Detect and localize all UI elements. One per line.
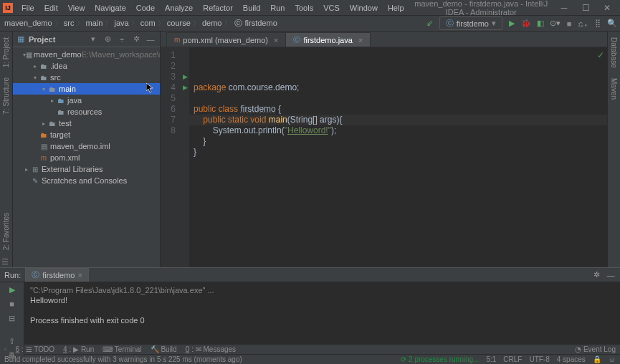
layout-icon[interactable]: ⊟ xyxy=(7,314,17,324)
tree-node-resources[interactable]: 🖿 resources xyxy=(13,106,160,118)
right-tool-gutter: Database Maven xyxy=(607,32,620,267)
line-number-gutter: 12345678 xyxy=(161,47,181,267)
stop-run-icon[interactable]: ■ xyxy=(7,300,17,310)
project-dropdown-icon[interactable]: ▾ xyxy=(88,34,98,44)
menu-navigate[interactable]: Navigate xyxy=(90,2,130,14)
event-log-button[interactable]: ◔ Event Log xyxy=(575,345,616,353)
tree-node-target[interactable]: 🖿 target xyxy=(13,129,160,140)
database-tool-tab[interactable]: Database xyxy=(609,34,619,71)
status-line-sep[interactable]: CRLF xyxy=(503,355,522,363)
status-caret-pos: 5:1 xyxy=(486,355,496,363)
tool-square-icon[interactable]: ▫ xyxy=(4,345,7,353)
status-message: Build completed successfully with 3 warn… xyxy=(4,355,394,363)
run-tab-firstdemo[interactable]: ⓒ firstdemo × xyxy=(25,268,89,282)
tree-node-pom-xml[interactable]: m pom.xml xyxy=(13,152,160,163)
vcs-icon[interactable]: ⎌▾ xyxy=(578,19,588,29)
menu-code[interactable]: Code xyxy=(132,2,159,14)
toolstrip-todo[interactable]: 6: ☰ TODO xyxy=(16,345,54,353)
minimize-button[interactable]: ─ xyxy=(554,1,574,14)
run-tab-label: firstdemo xyxy=(42,271,75,279)
status-indent[interactable]: 4 spaces xyxy=(557,355,586,363)
project-tool-tab[interactable]: 1: Project xyxy=(1,34,11,70)
locate-icon[interactable]: ⊕ xyxy=(102,34,113,44)
toolstrip-run[interactable]: 4: ▶ Run xyxy=(63,345,94,353)
settings-gear-icon[interactable]: ✲ xyxy=(131,34,141,44)
debug-icon[interactable]: 🐞 xyxy=(521,19,531,29)
rerun-icon[interactable]: ▶ xyxy=(7,285,17,295)
run-gutter[interactable]: ▶▶ xyxy=(181,47,189,267)
gutter-extra-icon[interactable]: ☰ xyxy=(1,257,11,267)
run-icon[interactable]: ▶ xyxy=(507,19,517,29)
tree-node-main[interactable]: ▾ 🖿 main xyxy=(13,83,160,95)
tree-node-java[interactable]: ▸ 🖿 java xyxy=(13,95,160,106)
tree-node--idea[interactable]: ▸ 🖿 .idea xyxy=(13,60,160,72)
status-encoding[interactable]: UTF-8 xyxy=(529,355,549,363)
favorites-tool-tab[interactable]: 2: Favorites xyxy=(1,210,11,253)
breadcrumb-segment[interactable]: src xyxy=(64,19,75,27)
run-settings-icon[interactable]: ✲ xyxy=(591,270,601,280)
title-bar: IJ FileEditViewNavigateCodeAnalyzeRefact… xyxy=(0,0,620,16)
run-config-selector[interactable]: ⓒ firstdemo ▾ xyxy=(439,16,502,30)
coverage-icon[interactable]: ◧ xyxy=(535,19,545,29)
menu-view[interactable]: View xyxy=(64,2,90,14)
toolstrip-build[interactable]: 🔨 Build xyxy=(151,345,177,353)
menu-window[interactable]: Window xyxy=(345,2,382,14)
breadcrumb-segment[interactable]: com xyxy=(140,19,156,27)
tree-node-test[interactable]: ▸ 🖿 test xyxy=(13,118,160,129)
navigation-breadcrumb: maven_demo 〉 src 〉 main 〉 java 〉 com 〉 c… xyxy=(0,16,620,32)
close-button[interactable]: ✕ xyxy=(597,1,617,14)
run-output-line: Helloword! xyxy=(30,295,614,305)
app-icon: IJ xyxy=(3,3,13,13)
tree-node-Scratches-and-Consoles[interactable]: ✎ Scratches and Consoles xyxy=(13,175,160,186)
tree-node-maven_demo[interactable]: ▾ ▦ maven_demo E:\Maven_workspace\maven_… xyxy=(13,49,160,60)
maven-tool-tab[interactable]: Maven xyxy=(609,75,619,102)
tree-node-maven_demo-iml[interactable]: ▤ maven_demo.iml xyxy=(13,140,160,152)
tree-node-src[interactable]: ▾ 🖿 src xyxy=(13,72,160,83)
project-tree[interactable]: ▾ ▦ maven_demo E:\Maven_workspace\maven_… xyxy=(13,47,160,267)
breadcrumb-segment[interactable]: course xyxy=(167,19,191,27)
menu-help[interactable]: Help xyxy=(383,2,409,14)
menu-edit[interactable]: Edit xyxy=(40,2,62,14)
status-readonly-icon[interactable]: 🔒 xyxy=(593,355,601,363)
run-panel-label: Run: xyxy=(4,271,21,279)
editor-tab-firstdemo-java[interactable]: ⓒ firstdemo.java× xyxy=(285,32,371,47)
search-icon[interactable]: 🔍 xyxy=(607,19,617,29)
status-processes[interactable]: ⟳ 2 processes running... xyxy=(401,355,479,363)
window-title: maven_demo - firstdemo.java - IntelliJ I… xyxy=(409,0,554,16)
hide-icon[interactable]: — xyxy=(146,35,156,44)
menu-build[interactable]: Build xyxy=(239,2,264,14)
project-tool-window: ▦ Project ▾ ⊕ ÷ ✲ — ▾ ▦ maven_demo E:\Ma… xyxy=(13,32,161,267)
code-editor[interactable]: ✓ package com.course.demo; public class … xyxy=(189,47,607,267)
editor-tab-pom-xml-maven_demo-[interactable]: m pom.xml (maven_demo)× xyxy=(166,32,286,47)
build-icon[interactable]: ⇙ xyxy=(425,19,435,29)
tree-node-External-Libraries[interactable]: ▸ ⊞ External Libraries xyxy=(13,163,160,175)
close-icon[interactable]: × xyxy=(358,36,363,44)
toolstrip-terminal[interactable]: ⌨ Terminal xyxy=(102,345,141,353)
run-output-line: "C:\Program Files\Java\jdk1.8.0_221\bin\… xyxy=(30,285,614,295)
maximize-button[interactable]: ☐ xyxy=(576,1,596,14)
menu-refactor[interactable]: Refactor xyxy=(199,2,237,14)
menu-file[interactable]: File xyxy=(17,2,39,14)
menu-analyze[interactable]: Analyze xyxy=(161,2,197,14)
editor-tabs: m pom.xml (maven_demo)× ⓒ firstdemo.java… xyxy=(161,32,607,47)
collapse-icon[interactable]: ÷ xyxy=(117,35,127,44)
project-panel-title: Project xyxy=(29,35,84,44)
breadcrumb-segment[interactable]: maven_demo xyxy=(4,19,52,27)
run-output-line xyxy=(30,305,614,315)
menu-tools[interactable]: Tools xyxy=(290,2,318,14)
settings-icon[interactable]: ⣿ xyxy=(593,19,603,29)
breadcrumb-segment[interactable]: main xyxy=(86,19,103,27)
stop-icon[interactable]: ■ xyxy=(564,19,574,29)
toolstrip-messages[interactable]: 0: ✉ Messages xyxy=(186,345,236,353)
run-hide-icon[interactable]: — xyxy=(606,270,616,280)
status-hector-icon[interactable]: ☺ xyxy=(609,355,616,363)
breadcrumb-segment[interactable]: java xyxy=(115,19,129,27)
breadcrumb-segment[interactable]: demo xyxy=(202,19,222,27)
breadcrumb-leaf[interactable]: firstdemo xyxy=(245,19,277,27)
structure-tool-tab[interactable]: 7: Structure xyxy=(1,75,11,118)
menu-vcs[interactable]: VCS xyxy=(319,2,344,14)
main-menu: FileEditViewNavigateCodeAnalyzeRefactorB… xyxy=(17,2,409,14)
menu-run[interactable]: Run xyxy=(266,2,289,14)
profile-icon[interactable]: ⊙▾ xyxy=(550,19,560,29)
close-icon[interactable]: × xyxy=(274,36,278,44)
